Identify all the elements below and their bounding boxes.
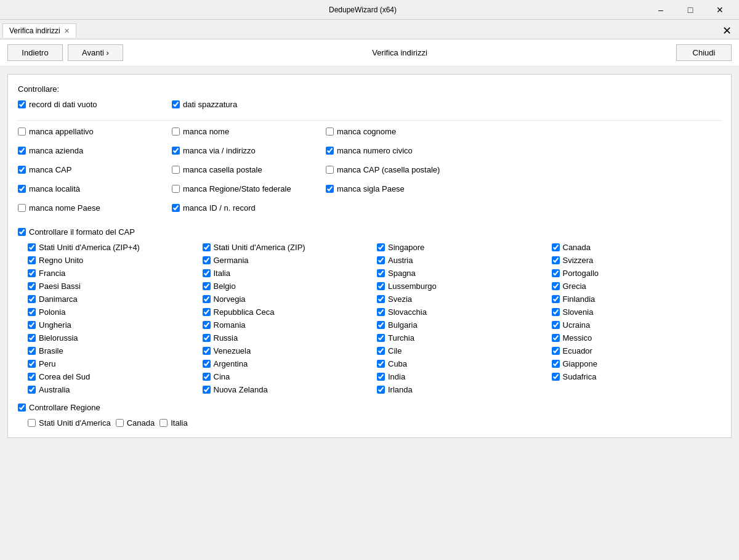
check-localita[interactable]: manca località bbox=[18, 184, 172, 193]
country-item-cc21[interactable]: Polonia bbox=[28, 307, 198, 317]
close-button[interactable]: ✕ bbox=[706, 1, 734, 18]
country-item-cc40[interactable]: Giappone bbox=[552, 359, 722, 368]
country-item-cc41[interactable]: Corea del Sud bbox=[28, 372, 198, 381]
check-azienda[interactable]: manca azienda bbox=[18, 146, 172, 155]
tab-verifica[interactable]: Verifica indirizzi ✕ bbox=[2, 23, 76, 38]
cap-section-header[interactable]: Controllare il formato del CAP bbox=[18, 227, 721, 237]
chiudi-button[interactable]: Chiudi bbox=[676, 44, 732, 61]
country-item-cc23[interactable]: Slovacchia bbox=[377, 307, 547, 317]
country-item-cc6[interactable]: Germania bbox=[203, 256, 373, 265]
country-item-cc38[interactable]: Argentina bbox=[203, 359, 373, 368]
check-cap[interactable]: manca CAP bbox=[18, 165, 172, 174]
country-item-cc26[interactable]: Romania bbox=[203, 320, 373, 330]
toolbar: Indietro Avanti › Verifica indirizzi Chi… bbox=[0, 39, 739, 67]
country-item-cc8[interactable]: Svizzera bbox=[552, 256, 722, 265]
controllare-label: Controllare: bbox=[18, 84, 721, 94]
check-record-vuoto[interactable]: record di dati vuoto bbox=[18, 100, 172, 109]
check-sigla-paese[interactable]: manca sigla Paese bbox=[326, 184, 480, 193]
country-item-cc4[interactable]: Canada bbox=[552, 243, 722, 252]
country-item-cc30[interactable]: Russia bbox=[203, 333, 373, 343]
window-controls: – □ ✕ bbox=[647, 1, 734, 18]
country-item-cc25[interactable]: Ungheria bbox=[28, 320, 198, 330]
check-id-record[interactable]: manca ID / n. record bbox=[172, 203, 326, 213]
country-item-cc36[interactable]: Ecuador bbox=[552, 346, 722, 355]
country-item-cc43[interactable]: India bbox=[377, 372, 547, 381]
country-item-cc3[interactable]: Singapore bbox=[377, 243, 547, 252]
country-item-cc19[interactable]: Svezia bbox=[377, 294, 547, 304]
regione-grid: Stati Uniti d'AmericaCanadaItalia bbox=[28, 418, 721, 428]
app-title: DedupeWizard (x64) bbox=[79, 6, 647, 14]
country-item-cc12[interactable]: Portogallo bbox=[552, 269, 722, 278]
check-regione[interactable]: manca Regione/Stato federale bbox=[172, 184, 326, 193]
country-item-cc9[interactable]: Francia bbox=[28, 269, 198, 278]
country-item-cc17[interactable]: Danimarca bbox=[28, 294, 198, 304]
country-item-cc1[interactable]: Stati Uniti d'America (ZIP+4) bbox=[28, 243, 198, 252]
country-item-cc22[interactable]: Repubblica Ceca bbox=[203, 307, 373, 317]
country-item-cc37[interactable]: Peru bbox=[28, 359, 198, 368]
check-cap-casella[interactable]: manca CAP (casella postale) bbox=[326, 165, 480, 174]
window-close-button[interactable]: ✕ bbox=[717, 24, 737, 38]
country-item-cc10[interactable]: Italia bbox=[203, 269, 373, 278]
country-item-cc2[interactable]: Stati Uniti d'America (ZIP) bbox=[203, 243, 373, 252]
regione-header[interactable]: Controllare Regione bbox=[18, 403, 721, 412]
country-item-cc46[interactable]: Nuova Zelanda bbox=[203, 385, 373, 394]
country-item-cc28[interactable]: Ucraina bbox=[552, 320, 722, 330]
toolbar-title: Verifica indirizzi bbox=[128, 48, 671, 57]
country-item-cc15[interactable]: Lussemburgo bbox=[377, 282, 547, 291]
country-item-cc31[interactable]: Turchia bbox=[377, 333, 547, 343]
next-button[interactable]: Avanti › bbox=[68, 44, 123, 61]
minimize-button[interactable]: – bbox=[647, 1, 675, 18]
country-item-cc27[interactable]: Bulgaria bbox=[377, 320, 547, 330]
country-item-cc47[interactable]: Irlanda bbox=[377, 385, 547, 394]
country-item-cc29[interactable]: Bielorussia bbox=[28, 333, 198, 343]
country-item-cc44[interactable]: Sudafrica bbox=[552, 372, 722, 381]
country-item-cc34[interactable]: Venezuela bbox=[203, 346, 373, 355]
main-content: Controllare: record di dati vuoto dati s… bbox=[0, 67, 739, 560]
tab-close-icon[interactable]: ✕ bbox=[64, 27, 70, 35]
country-item-cc42[interactable]: Cina bbox=[203, 372, 373, 381]
tab-bar: Verifica indirizzi ✕ ✕ bbox=[0, 20, 739, 39]
check-appellativo[interactable]: manca appellativo bbox=[18, 127, 172, 136]
country-item-cc11[interactable]: Spagna bbox=[377, 269, 547, 278]
cap-section: Controllare il formato del CAP Stati Uni… bbox=[18, 227, 721, 394]
check-via[interactable]: manca via / indirizzo bbox=[172, 146, 326, 155]
regione-item-rc3[interactable]: Italia bbox=[160, 418, 187, 428]
country-item-cc5[interactable]: Regno Unito bbox=[28, 256, 198, 265]
countries-grid: Stati Uniti d'America (ZIP+4)Stati Uniti… bbox=[28, 243, 721, 394]
country-item-cc32[interactable]: Messico bbox=[552, 333, 722, 343]
country-item-cc20[interactable]: Finlandia bbox=[552, 294, 722, 304]
regione-item-rc1[interactable]: Stati Uniti d'America bbox=[28, 418, 111, 428]
country-item-cc18[interactable]: Norvegia bbox=[203, 294, 373, 304]
check-numero-civico[interactable]: manca numero civico bbox=[326, 146, 480, 155]
regione-item-rc2[interactable]: Canada bbox=[116, 418, 155, 428]
check-casella-postale[interactable]: manca casella postale bbox=[172, 165, 326, 174]
title-bar: DedupeWizard (x64) – □ ✕ bbox=[0, 0, 739, 20]
country-item-cc45[interactable]: Australia bbox=[28, 385, 198, 394]
check-nome-paese[interactable]: manca nome Paese bbox=[18, 203, 172, 213]
country-item-cc13[interactable]: Paesi Bassi bbox=[28, 282, 198, 291]
settings-panel: Controllare: record di dati vuoto dati s… bbox=[7, 74, 732, 438]
country-item-cc14[interactable]: Belgio bbox=[203, 282, 373, 291]
country-item-cc33[interactable]: Brasile bbox=[28, 346, 198, 355]
country-item-cc35[interactable]: Cile bbox=[377, 346, 547, 355]
maximize-button[interactable]: □ bbox=[676, 1, 705, 18]
back-button[interactable]: Indietro bbox=[7, 44, 63, 61]
check-cognome[interactable]: manca cognome bbox=[326, 127, 480, 136]
country-item-cc7[interactable]: Austria bbox=[377, 256, 547, 265]
regione-section: Controllare Regione Stati Uniti d'Americ… bbox=[18, 403, 721, 428]
tab-label: Verifica indirizzi bbox=[9, 26, 60, 35]
check-dati-spazzatura[interactable]: dati spazzatura bbox=[172, 100, 326, 109]
country-item-cc16[interactable]: Grecia bbox=[552, 282, 722, 291]
country-item-cc24[interactable]: Slovenia bbox=[552, 307, 722, 317]
check-nome[interactable]: manca nome bbox=[172, 127, 326, 136]
country-item-cc39[interactable]: Cuba bbox=[377, 359, 547, 368]
